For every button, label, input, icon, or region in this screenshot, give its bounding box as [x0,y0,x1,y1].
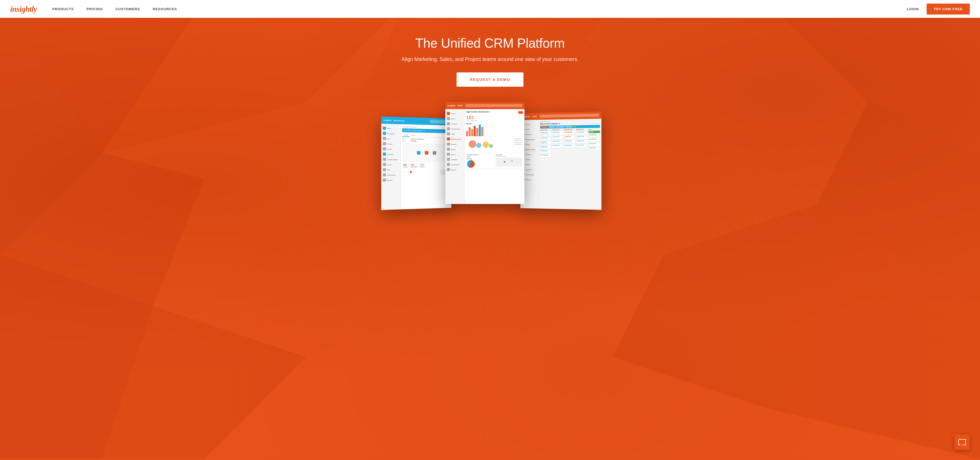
crm1-sidebar-emails[interactable]: Emails [445,147,464,151]
card-2[interactable]: $25,000 USD ... [540,137,551,141]
card-15[interactable]: $97,000 USD ... [576,131,588,135]
stage-needs[interactable]: Needs Analysis [555,126,565,128]
marketing-screen: insightly Marketing Home Prospects [381,116,452,210]
crm1-sidebar-projects[interactable]: Projects [445,142,464,146]
stage-value[interactable]: Value Prop [565,126,573,128]
card-9[interactable]: $86,000 USD ... [552,140,563,144]
stage-prospecting[interactable]: Prospecting [541,126,548,128]
crm-opportunities-screen: insightly CRM Home Tasks [445,102,525,204]
crm1-home-icon [447,112,450,115]
sidebar-item-reports[interactable]: Reports [381,178,401,182]
sidebar-item-home[interactable]: Home [381,126,401,131]
card-7[interactable]: $44,000 USD ... [552,131,563,135]
chat-bubble-button[interactable] [955,435,970,450]
sidebar-item-forms[interactable]: Forms [381,162,401,167]
crm1-sidebar-opportunities[interactable]: Opportunities [445,137,464,141]
nav-products[interactable]: PRODUCTS [52,7,74,11]
hero-section: The Unified CRM Platform Align Marketing… [0,0,980,460]
logo[interactable]: insightly [10,4,37,14]
top-sales-sources: Top Sales Sources 6:4 $23.0m [466,153,494,169]
crm1-sidebar-calendar[interactable]: Calendar [445,157,464,162]
report-tab[interactable]: Report [410,133,417,137]
crm1-sidebar-dashboards[interactable]: Dashboards [445,162,464,167]
details-tab[interactable]: Details [402,133,409,137]
card-8[interactable]: $25,000 USD ... [552,135,563,139]
card-5[interactable]: $24,000 USD ... [540,149,551,153]
stat-box-2: 48% Open Rate [410,163,418,168]
pipeline-stages: Prospecting Qualifying Needs Analysis Va… [540,125,600,128]
nav-pricing[interactable]: PRICING [86,7,103,11]
try-crm-button[interactable]: TRY CRM FREE [927,3,970,14]
crm1-reports-icon [447,168,450,171]
kanban-columns: $75,000 USD $75,000 USD Broker Inc / Blu… [540,129,600,158]
us-leads: US Leads US leads in period [495,153,523,169]
crm1-sidebar-phone[interactable]: Phone [445,152,464,157]
crm2-body: Home Tasks Contacts Organizations [520,119,601,209]
won-header: Won [589,129,600,130]
marketing-main: JOURNEY BUILDER Customer Email Nurture ✕… [401,124,451,209]
polygon-background [0,0,980,460]
add-button[interactable] [518,111,523,114]
prospects-icon [383,132,386,135]
stage-qualifying[interactable]: Qualifying [549,126,555,128]
crm1-sidebar-home[interactable]: Home [445,111,464,116]
dashboards-icon [383,173,386,176]
card-12[interactable]: $5,000 USD ... [564,135,576,139]
card-3[interactable]: $7,000 USD Standard Credit... [540,141,551,144]
crm1-sidebar-contacts[interactable]: Contacts [445,121,464,126]
policies-icon [383,142,386,145]
kanban-col-1: $75,000 USD $75,000 USD Broker Inc / Blu… [540,130,551,158]
crm1-sidebar-orgs[interactable]: Organizations [445,127,464,131]
home-icon [383,127,386,130]
marketing-sidebar: Home Prospects Lists Policies [381,124,401,210]
sidebar-item-landing-pages[interactable]: Landing Pages [381,157,401,162]
files-icon [383,168,386,171]
navbar: insightly PRODUCTS PRICING CUSTOMERS RES… [0,0,980,18]
card-19[interactable]: $14,000 USD ... [589,133,600,138]
sidebar-item-prospects[interactable]: Prospects [381,131,401,136]
card-10[interactable]: $60,000 USD ... [552,144,563,148]
reports-icon [383,179,386,182]
kanban-col-2: $44,000 USD $44,000 USD ... $25,000 USD … [552,129,563,158]
hero-text: The Unified CRM Platform Align Marketing… [401,36,579,62]
crm1-sidebar-reports[interactable]: Reports [445,167,464,172]
card-11[interactable]: $381,000 USD ... [564,131,576,135]
svg-marker-8 [102,306,306,459]
sidebar-item-policies[interactable]: Policies [381,141,401,146]
card-20[interactable]: $10,480 USD ... [589,138,600,142]
crm1-tasks-icon [447,117,450,120]
sidebar-item-lists[interactable]: Lists [381,136,401,141]
sidebar-item-files[interactable]: Files [381,167,401,172]
card-6[interactable]: $110,000 USD ... [540,154,551,158]
card-14[interactable]: $14,000 USD ... [564,144,576,148]
nav-resources[interactable]: RESOURCES [153,7,177,11]
svg-marker-10 [612,204,817,408]
card-22[interactable]: $1,386 USD ... [589,147,600,151]
login-link[interactable]: LOGIN [907,7,919,11]
request-demo-button[interactable]: REQUEST A DEMO [457,72,523,87]
card-13[interactable]: $11,304 USD ... [564,140,576,144]
hero-title: The Unified CRM Platform [401,36,579,51]
card-18[interactable]: $10,180 USD ... [576,144,588,148]
bubble-3 [483,141,489,148]
card-16[interactable]: $28,000 USD ... [576,135,588,139]
form-label-status: Status [402,140,410,142]
bar-3 [471,129,473,136]
card-1[interactable]: $75,000 USD Broker Inc / Blue Chip Enter… [540,131,551,136]
crm1-sidebar-leads[interactable]: Leads [445,132,464,136]
won-total: $14,000 [589,130,600,133]
lists-icon [383,137,386,140]
nav-customers[interactable]: CUSTOMERS [116,7,140,11]
crm1-sidebar-tasks[interactable]: Tasks [445,116,464,121]
crm1-sidebar: Home Tasks Contacts Organizations [445,109,465,204]
stage-won[interactable]: Won [573,126,577,127]
opportunities-dashboard-title: Opportunities Dashboard ▾ [466,111,490,113]
card-4[interactable]: $6,000 USD Standard Credit... [540,145,551,149]
card-21[interactable]: $3,500 USD ... [589,142,600,146]
sidebar-item-dashboards[interactable]: Dashboards [381,172,401,177]
sidebar-item-emails[interactable]: Emails [381,147,401,151]
forms-icon [383,163,386,166]
sidebar-item-journeys[interactable]: Journeys [381,152,401,157]
chat-icon [958,439,966,445]
card-17[interactable]: $32,808 USD ... [576,140,588,143]
